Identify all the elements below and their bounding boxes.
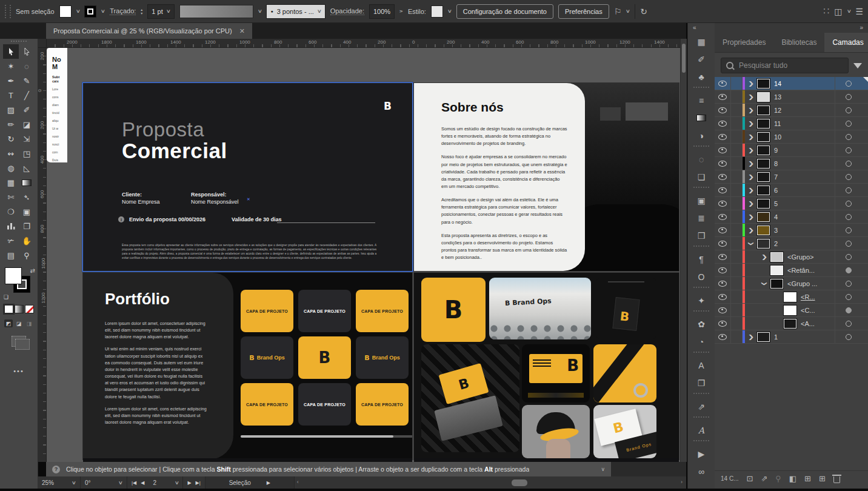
layer-thumbnail[interactable] [784, 292, 796, 302]
visibility-eye-icon[interactable] [715, 290, 731, 303]
stroke-weight-combo[interactable]: 1 pt∨ [147, 4, 174, 19]
project-card-logo-dark[interactable]: BBrand Ops [356, 336, 409, 379]
draw-inside-icon[interactable]: ◨ [25, 319, 33, 327]
none-mode-button[interactable] [25, 305, 34, 313]
knockout-panel-icon[interactable]: ❏ [688, 168, 715, 185]
layer-target-icon[interactable] [835, 104, 862, 116]
collapse-panels-icon[interactable]: » [860, 24, 863, 31]
locate-object-icon[interactable]: ⚲ [775, 474, 781, 483]
layer-row-10[interactable]: ❯10 [715, 130, 868, 144]
layer-thumbnail[interactable] [770, 279, 783, 289]
tab-propriedades[interactable]: Propriedades [715, 33, 773, 52]
layer-row-C[interactable]: <C... [715, 304, 868, 317]
fill-proxy-swatch[interactable] [5, 267, 22, 284]
layer-row-Grupo[interactable]: ❯<Grupo> [715, 250, 868, 264]
direct-selection-tool[interactable] [19, 44, 35, 59]
feather-panel-icon[interactable]: ◌ [688, 150, 715, 168]
width-tool[interactable]: ↭ [3, 146, 19, 161]
layer-row-11[interactable]: ❯11 [715, 117, 868, 130]
artboard-proposta-comercial[interactable]: B Proposta Comercial Cliente:Nome Empres… [83, 83, 412, 271]
visibility-eye-icon[interactable] [715, 184, 731, 196]
canvas[interactable]: B Proposta Comercial Cliente:Nome Empres… [46, 47, 680, 462]
expand-chevron-icon[interactable]: ❯ [756, 254, 773, 260]
character-panel-icon[interactable]: A [688, 356, 715, 374]
app-grid-icon[interactable]: ∷ [823, 5, 829, 17]
project-card-capa-dark[interactable]: CAPA DE PROJETO [298, 383, 351, 426]
layer-row-7[interactable]: ❯7 [715, 170, 868, 184]
layer-row-13[interactable]: ❯13 [715, 90, 868, 104]
horizontal-ruler[interactable]: 2000180016001400120010008006004002000200… [38, 39, 686, 48]
layer-name[interactable]: 14 [774, 80, 781, 87]
tab-bibliotecas[interactable]: Bibliotecas [773, 33, 824, 52]
expand-chevron-icon[interactable]: ❯ [761, 278, 767, 290]
visibility-eye-icon[interactable] [715, 237, 731, 250]
layer-target-icon[interactable] [835, 157, 862, 170]
layer-name[interactable]: <R... [801, 293, 815, 301]
layer-name[interactable]: 5 [774, 200, 778, 207]
layer-name[interactable]: 1 [774, 333, 778, 341]
layers-search-box[interactable] [721, 58, 849, 73]
expand-chevron-icon[interactable]: ❯ [743, 147, 760, 153]
rotate-tool[interactable]: ↻ [3, 132, 19, 146]
expand-chevron-icon[interactable]: ❯ [743, 121, 760, 127]
chevron-down-icon[interactable]: ∨ [101, 8, 105, 14]
artboard-mockups[interactable]: B B Brand Ops B B B BBrand Ops [414, 273, 679, 459]
new-layer-icon[interactable]: ⊞ [819, 474, 826, 483]
rotate-view-icon[interactable]: ↻ [640, 7, 647, 16]
layer-row-4[interactable]: ❯4 [715, 210, 868, 224]
brushes-panel-icon[interactable]: ✐ [688, 50, 715, 68]
layer-row-12[interactable]: ❯12 [715, 104, 868, 117]
layer-thumbnail[interactable] [757, 239, 770, 249]
make-clipping-mask-icon[interactable]: ◧ [789, 474, 796, 483]
layer-name[interactable]: <A... [801, 320, 815, 327]
scroll-left-icon[interactable]: ‹ [297, 479, 299, 485]
project-card-capa-yellow[interactable]: CAPA DE PROJETO [241, 290, 293, 332]
layer-target-icon[interactable] [835, 144, 862, 156]
expand-chevron-icon[interactable]: ❯ [743, 334, 760, 340]
artboard-tool[interactable]: ❐ [19, 219, 35, 233]
draw-behind-icon[interactable]: ◪ [15, 319, 23, 327]
rotation-combo[interactable]: 0°∨ [81, 476, 127, 489]
draw-normal-icon[interactable]: ◩ [4, 319, 13, 327]
artboards-panel-icon[interactable]: ▦ [688, 33, 715, 50]
opacity-label[interactable]: Opacidade: [330, 7, 364, 15]
opacity-value[interactable]: 100% [369, 4, 395, 19]
style-swatch[interactable] [431, 5, 443, 18]
close-tab-icon[interactable]: ✕ [239, 27, 245, 35]
transform-panel-icon[interactable]: ▣ [688, 192, 715, 209]
layer-row-1[interactable]: ❯1 [715, 330, 868, 344]
fill-color-swatch[interactable] [59, 5, 72, 18]
layer-target-icon[interactable] [835, 290, 862, 303]
paintbrush-tool[interactable]: ✐ [19, 102, 35, 117]
eraser-tool[interactable]: ◪ [19, 117, 35, 132]
artboard-partial-doc[interactable]: NoMSubtcaixLoreconsdiamtincidaliquUt wno… [46, 47, 67, 162]
layer-target-icon[interactable] [835, 264, 862, 276]
layer-target-icon[interactable] [835, 184, 862, 196]
visibility-eye-icon[interactable] [715, 117, 731, 130]
expand-chevron-icon[interactable]: ❯ [743, 174, 760, 180]
visibility-eye-icon[interactable] [715, 157, 731, 170]
edit-toolbar-icon[interactable]: ••• [0, 367, 38, 375]
visibility-eye-icon[interactable] [715, 170, 731, 183]
print-tiling-tool[interactable]: ▤ [3, 248, 19, 262]
gradient-tool[interactable] [19, 175, 35, 190]
layer-row-3[interactable]: ❯3 [715, 224, 868, 237]
collect-for-export-icon[interactable]: ⊡ [746, 474, 753, 483]
swap-fill-stroke-icon[interactable]: ⇄ [30, 267, 35, 274]
chevron-down-icon[interactable]: ∨ [601, 466, 605, 472]
actions-panel-icon[interactable]: ▶ [688, 445, 715, 463]
expand-chevron-icon[interactable]: ❯ [743, 161, 760, 167]
layer-row-Grupo[interactable]: ❯<Grupo ... [715, 277, 868, 290]
panel-grip[interactable] [5, 5, 11, 18]
layer-name[interactable]: <Grupo> [787, 253, 813, 261]
project-card-logo-yellow[interactable]: B [298, 336, 351, 379]
glyphs-panel-icon[interactable]: A [688, 421, 715, 439]
layer-name[interactable]: 4 [774, 213, 778, 221]
layer-row-8[interactable]: ❯8 [715, 157, 868, 170]
vertical-ruler[interactable]: 200020040060080010001200 [38, 47, 47, 462]
expand-chevron-icon[interactable]: ❯ [743, 201, 760, 207]
ruler-origin-corner[interactable] [38, 39, 47, 48]
portfolio-scrollbar[interactable] [241, 435, 412, 438]
expand-chevron-icon[interactable]: ❯ [743, 94, 760, 100]
document-setup-button[interactable]: Configuração de documento [456, 4, 553, 19]
